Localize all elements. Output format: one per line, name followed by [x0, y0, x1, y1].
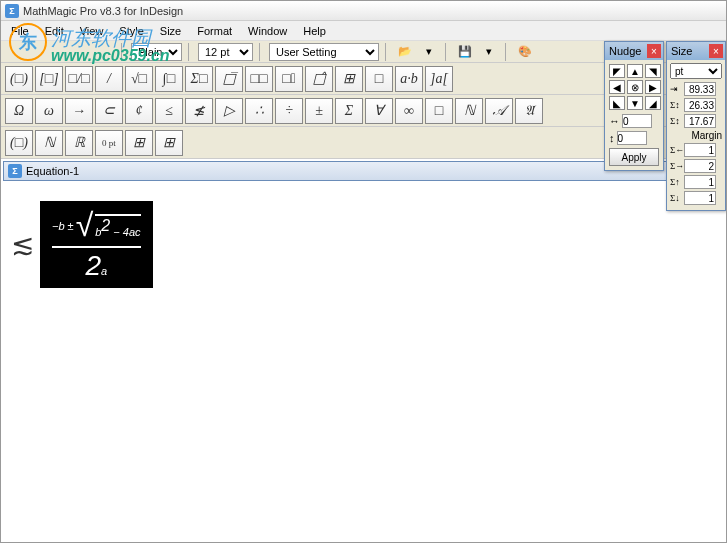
- margin-icon: Σ←: [670, 145, 682, 155]
- margin-icon: Σ↓: [670, 193, 682, 203]
- dropdown-icon[interactable]: ▾: [419, 43, 439, 61]
- sym-naturals[interactable]: ℕ: [455, 98, 483, 124]
- margin-3-input[interactable]: [684, 175, 716, 189]
- open-icon[interactable]: 📂: [395, 43, 415, 61]
- tpl-sum[interactable]: Σ□: [185, 66, 213, 92]
- nudge-panel-header[interactable]: Nudge ×: [605, 42, 663, 60]
- sym-triangle[interactable]: ▷: [215, 98, 243, 124]
- sym-infinity[interactable]: ∞: [395, 98, 423, 124]
- margin-4-input[interactable]: [684, 191, 716, 205]
- equation-display[interactable]: ≲ −b ± √b2 − 4ac 2a: [11, 201, 153, 288]
- sym-naturals-2[interactable]: ℕ: [35, 130, 63, 156]
- tpl-interval[interactable]: ]a[: [425, 66, 453, 92]
- sym-cent[interactable]: ¢: [125, 98, 153, 124]
- nudge-n-icon[interactable]: ▲: [627, 64, 643, 78]
- horizontal-icon: ↔: [609, 115, 620, 127]
- user-setting-select[interactable]: User Setting: [269, 43, 379, 61]
- size-icon: ⇥: [670, 84, 682, 94]
- save-icon[interactable]: 💾: [455, 43, 475, 61]
- apply-button[interactable]: Apply: [609, 148, 659, 166]
- menu-format[interactable]: Format: [189, 23, 240, 39]
- tpl-fence[interactable]: (□): [5, 66, 33, 92]
- tpl-overbar[interactable]: □̅: [215, 66, 243, 92]
- nudge-panel[interactable]: Nudge × ◤ ▲ ◥ ◀ ⊗ ▶ ◣ ▼ ◢ ↔ ↕ Apply: [604, 41, 664, 171]
- margin-1-input[interactable]: [684, 143, 716, 157]
- menu-view[interactable]: View: [72, 23, 112, 39]
- nudge-direction-grid: ◤ ▲ ◥ ◀ ⊗ ▶ ◣ ▼ ◢: [609, 64, 659, 110]
- sym-nleq[interactable]: ≰: [185, 98, 213, 124]
- tpl-fraction[interactable]: □/□: [65, 66, 93, 92]
- app-icon: Σ: [5, 4, 19, 18]
- tpl-integral[interactable]: ∫□: [155, 66, 183, 92]
- tpl-subsup[interactable]: □□: [245, 66, 273, 92]
- font-style-select[interactable]: Plain: [131, 43, 182, 61]
- nudge-ne-icon[interactable]: ◥: [645, 64, 661, 78]
- sym-fraktur[interactable]: 𝔄: [515, 98, 543, 124]
- sym-arrow[interactable]: →: [65, 98, 93, 124]
- tpl-slash[interactable]: /: [95, 66, 123, 92]
- sym-forall[interactable]: ∀: [365, 98, 393, 124]
- tpl-arrow[interactable]: □⃗: [275, 66, 303, 92]
- sym-script[interactable]: 𝒜: [485, 98, 513, 124]
- equation-denominator: 2a: [52, 246, 141, 282]
- dropdown-icon[interactable]: ▾: [479, 43, 499, 61]
- sym-sigma[interactable]: Σ: [335, 98, 363, 124]
- window-titlebar: Σ MathMagic Pro v8.3 for InDesign: [1, 1, 726, 21]
- nudge-h-input[interactable]: [622, 114, 652, 128]
- size-v2-input[interactable]: [684, 98, 716, 112]
- sym-omega-upper[interactable]: Ω: [5, 98, 33, 124]
- matrix-button-1[interactable]: ⊞: [125, 130, 153, 156]
- nudge-se-icon[interactable]: ◢: [645, 96, 661, 110]
- tpl-radical[interactable]: √□: [125, 66, 153, 92]
- font-size-select[interactable]: 12 pt: [198, 43, 253, 61]
- nudge-w-icon[interactable]: ◀: [609, 80, 625, 94]
- tpl-bracket[interactable]: [□]: [35, 66, 63, 92]
- nudge-e-icon[interactable]: ▶: [645, 80, 661, 94]
- tpl-label[interactable]: a·b: [395, 66, 423, 92]
- sym-omega-lower[interactable]: ω: [35, 98, 63, 124]
- nudge-v-input[interactable]: [617, 131, 647, 145]
- sym-square[interactable]: □: [425, 98, 453, 124]
- sym-therefore[interactable]: ∴: [245, 98, 273, 124]
- document-icon: Σ: [8, 164, 22, 178]
- size-panel-header[interactable]: Size ×: [667, 42, 725, 60]
- sym-plusminus[interactable]: ±: [305, 98, 333, 124]
- nudge-nw-icon[interactable]: ◤: [609, 64, 625, 78]
- size-v3-input[interactable]: [684, 114, 716, 128]
- nudge-center-icon[interactable]: ⊗: [627, 80, 643, 94]
- nudge-sw-icon[interactable]: ◣: [609, 96, 625, 110]
- matrix-button-2[interactable]: ⊞: [155, 130, 183, 156]
- size-panel[interactable]: Size × pt ⇥ Σ↕ Σ↕ Margin Σ← Σ→ Σ↑ Σ↓: [666, 41, 726, 211]
- sym-leq[interactable]: ≤: [155, 98, 183, 124]
- sym-subset[interactable]: ⊂: [95, 98, 123, 124]
- size-unit-select[interactable]: pt: [670, 63, 722, 79]
- size-v1-input[interactable]: [684, 82, 716, 96]
- close-icon[interactable]: ×: [647, 44, 661, 58]
- menu-edit[interactable]: Edit: [37, 23, 72, 39]
- menu-file[interactable]: File: [3, 23, 37, 39]
- margin-2-input[interactable]: [684, 159, 716, 173]
- margin-icon: Σ↑: [670, 177, 682, 187]
- nudge-s-icon[interactable]: ▼: [627, 96, 643, 110]
- margin-label: Margin: [670, 130, 722, 141]
- tpl-box[interactable]: □: [365, 66, 393, 92]
- menu-help[interactable]: Help: [295, 23, 334, 39]
- palette-icon[interactable]: 🎨: [515, 43, 535, 61]
- size-icon: Σ↕: [670, 116, 682, 126]
- close-icon[interactable]: ×: [709, 44, 723, 58]
- sym-reals[interactable]: ℝ: [65, 130, 93, 156]
- spacing-button[interactable]: 0 pt: [95, 130, 123, 156]
- equation-prefix-symbol: ≲: [11, 228, 34, 261]
- tpl-matrix[interactable]: ⊞: [335, 66, 363, 92]
- sym-divide[interactable]: ÷: [275, 98, 303, 124]
- document-title: Equation-1: [26, 165, 79, 177]
- tpl-fence-2[interactable]: (□): [5, 130, 33, 156]
- nudge-panel-title: Nudge: [607, 45, 641, 57]
- menu-size[interactable]: Size: [152, 23, 189, 39]
- tpl-hat[interactable]: □̂: [305, 66, 333, 92]
- equation-canvas[interactable]: ≲ −b ± √b2 − 4ac 2a: [1, 183, 726, 503]
- menu-style[interactable]: Style: [111, 23, 151, 39]
- equation-selection[interactable]: −b ± √b2 − 4ac 2a: [40, 201, 153, 288]
- menu-window[interactable]: Window: [240, 23, 295, 39]
- menubar: File Edit View Style Size Format Window …: [1, 21, 726, 41]
